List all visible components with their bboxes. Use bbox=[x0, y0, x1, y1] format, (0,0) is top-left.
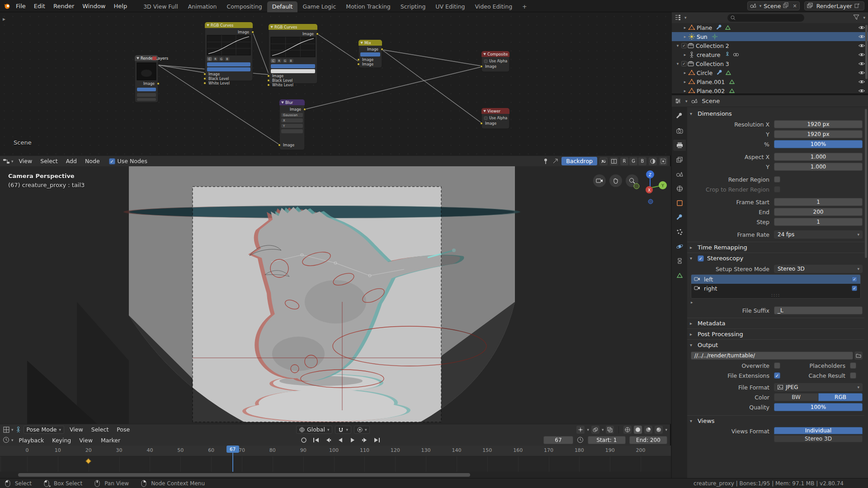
node-5-viewer[interactable]: ViewerUse AlphaImage bbox=[480, 108, 509, 129]
filter-icon[interactable] bbox=[853, 14, 860, 21]
color-bw-button[interactable]: BW bbox=[774, 393, 818, 401]
outliner-item-plane-001[interactable]: ▸Plane.001 bbox=[672, 77, 868, 86]
outliner-item-plane-002[interactable]: ▸Plane.002 bbox=[672, 86, 868, 94]
scene-name[interactable]: Scene bbox=[764, 3, 781, 9]
file-suffix-field[interactable]: _L bbox=[774, 306, 863, 314]
region-toggle-arrow[interactable]: ▸ bbox=[3, 16, 5, 22]
visibility-eye-icon[interactable] bbox=[858, 42, 865, 49]
workspace-tab-scripting[interactable]: Scripting bbox=[396, 1, 431, 12]
timeline-menu-playback[interactable]: Playback bbox=[15, 436, 48, 445]
navigation-gizmo[interactable]: Z Y X bbox=[631, 169, 669, 207]
panel-dimensions[interactable]: ▾Dimensions bbox=[687, 108, 864, 119]
collection-checkbox[interactable] bbox=[681, 61, 687, 66]
node-6-blur[interactable]: BlurImageGaussianXYImage bbox=[278, 99, 306, 150]
editor-type-icon[interactable] bbox=[675, 98, 682, 105]
menu-window[interactable]: Window bbox=[78, 1, 109, 11]
gizmo-y-negative[interactable] bbox=[634, 183, 639, 189]
properties-tab-object[interactable] bbox=[673, 197, 686, 209]
use-preview-range-icon[interactable] bbox=[577, 436, 584, 444]
menu-file[interactable]: File bbox=[12, 1, 30, 11]
jump-to-end-button[interactable] bbox=[372, 436, 382, 444]
gizmo-z-axis[interactable]: Z bbox=[649, 173, 651, 177]
color-rgb-button[interactable]: RGB bbox=[818, 393, 863, 401]
properties-tab-world[interactable] bbox=[673, 183, 686, 194]
views-format-stereo3d-button[interactable]: Stereo 3D bbox=[774, 435, 863, 442]
visibility-eye-icon[interactable] bbox=[858, 33, 865, 40]
alpha-channel-icon[interactable] bbox=[649, 157, 657, 165]
workspace-tab-[interactable]: + bbox=[517, 1, 532, 12]
auto-keying-button[interactable] bbox=[298, 436, 309, 444]
expand-arrow[interactable]: ▸ bbox=[682, 80, 688, 84]
frame-end-field[interactable]: 200 bbox=[774, 208, 863, 216]
node-1-rgb-curves[interactable]: RGB CurvesImageCRGBImageBlack LevelWhite… bbox=[203, 22, 254, 85]
cache-result-checkbox[interactable] bbox=[850, 372, 856, 379]
render-region-checkbox[interactable] bbox=[774, 176, 780, 183]
node-menu-node[interactable]: Node bbox=[81, 156, 104, 166]
aspect-x-field[interactable]: 1.000 bbox=[774, 153, 863, 161]
workspace-tab-video-editing[interactable]: Video Editing bbox=[470, 1, 518, 12]
properties-tab-render[interactable] bbox=[673, 125, 686, 136]
workspace-tab-3d-view-full[interactable]: 3D View Full bbox=[138, 1, 183, 12]
unlink-icon[interactable]: ✕ bbox=[793, 3, 797, 9]
editor-type-icon[interactable] bbox=[3, 426, 10, 433]
frame-start-field[interactable]: Start:1 bbox=[588, 436, 626, 444]
aspect-y-field[interactable]: 1.000 bbox=[774, 163, 863, 171]
pan-hand-icon[interactable] bbox=[609, 174, 622, 187]
expand-arrow[interactable]: ▸ bbox=[682, 70, 688, 75]
frame-start-field[interactable]: 1 bbox=[774, 198, 863, 206]
scene-selector[interactable]: ▾ Scene ✕ bbox=[747, 1, 800, 10]
stereo-view-right[interactable]: right bbox=[691, 284, 860, 293]
jump-to-start-button[interactable] bbox=[311, 436, 321, 444]
timeline-menu-view[interactable]: View bbox=[75, 436, 97, 445]
properties-tab-physics[interactable] bbox=[673, 241, 686, 252]
workspace-tab-animation[interactable]: Animation bbox=[183, 1, 222, 12]
proportional-edit-dropdown[interactable]: ▾ bbox=[354, 426, 370, 434]
node-menu-view[interactable]: View bbox=[15, 156, 37, 166]
panel-stereoscopy[interactable]: ▾Stereoscopy bbox=[687, 253, 864, 263]
resolution-x-field[interactable]: 1920 px bbox=[774, 120, 863, 128]
placeholders-checkbox[interactable] bbox=[850, 362, 856, 369]
viewport-menu-select[interactable]: Select bbox=[87, 425, 113, 434]
workspace-tab-uv-editing[interactable]: UV Editing bbox=[430, 1, 470, 12]
stereo-view-left[interactable]: left bbox=[691, 275, 860, 284]
editor-type-icon[interactable] bbox=[3, 158, 10, 165]
transform-orientation-dropdown[interactable]: Global▾ bbox=[296, 426, 332, 434]
xray-toggle-icon[interactable] bbox=[606, 426, 614, 434]
workspace-tab-default[interactable]: Default bbox=[267, 1, 298, 12]
channel-b-button[interactable]: B bbox=[638, 157, 646, 165]
file-format-dropdown[interactable]: JPEG bbox=[774, 383, 863, 391]
parent-links-icon[interactable] bbox=[552, 158, 559, 165]
outliner-scrollbar[interactable] bbox=[865, 25, 868, 79]
frame-step-field[interactable]: 1 bbox=[774, 218, 863, 226]
workspace-tab-game-logic[interactable]: Game Logic bbox=[297, 1, 341, 12]
stereo-view-checkbox[interactable] bbox=[852, 277, 857, 282]
viewport-canvas[interactable] bbox=[0, 166, 671, 424]
expand-arrow[interactable]: ▸ bbox=[682, 25, 688, 30]
gizmo-dropdown-chevron[interactable]: ▾ bbox=[587, 427, 589, 432]
shading-solid-icon[interactable] bbox=[634, 426, 642, 434]
backdrop-image-icon[interactable] bbox=[599, 157, 608, 165]
overlays-dropdown-chevron[interactable]: ▾ bbox=[602, 427, 604, 432]
outliner-item-circle[interactable]: ▸Circle bbox=[672, 68, 868, 77]
outliner-item-sun[interactable]: ▸Sun bbox=[672, 32, 868, 41]
panel-output[interactable]: ▾Output bbox=[687, 339, 864, 350]
channel-g-button[interactable]: G bbox=[629, 157, 637, 165]
node-3-mix[interactable]: MixImageImageImage bbox=[357, 40, 383, 68]
camera-view-icon[interactable] bbox=[593, 174, 606, 187]
stereo-mode-dropdown[interactable]: Stereo 3D bbox=[774, 265, 863, 273]
frame-end-field[interactable]: End:200 bbox=[629, 436, 667, 444]
expand-arrow[interactable]: ▸ bbox=[682, 34, 688, 39]
viewport-menu-pose[interactable]: Pose bbox=[113, 425, 134, 434]
outliner-item-creature[interactable]: ▸creature bbox=[672, 50, 868, 59]
snap-dropdown[interactable]: ▾ bbox=[335, 426, 351, 434]
overwrite-checkbox[interactable] bbox=[774, 362, 780, 369]
list-resize-grip[interactable]: :::: bbox=[691, 293, 860, 298]
playhead[interactable]: 67 bbox=[232, 446, 233, 472]
visibility-eye-icon[interactable] bbox=[858, 87, 865, 94]
visibility-eye-icon[interactable] bbox=[858, 24, 865, 31]
outliner-search[interactable] bbox=[727, 14, 804, 22]
views-format-individual-button[interactable]: Individual bbox=[774, 427, 863, 434]
workspace-tab-compositing[interactable]: Compositing bbox=[222, 1, 267, 12]
timeline-menu-keying[interactable]: Keying bbox=[48, 436, 75, 445]
menu-render[interactable]: Render bbox=[49, 1, 78, 11]
